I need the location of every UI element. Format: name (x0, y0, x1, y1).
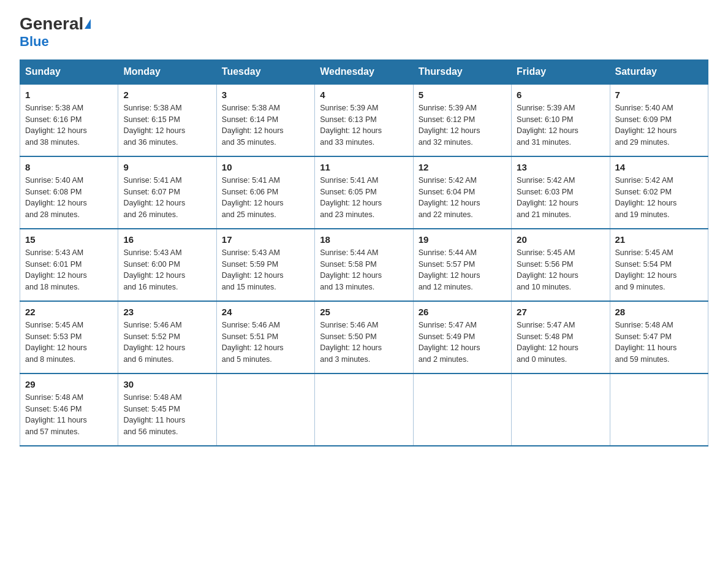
weekday-header-monday: Monday (118, 59, 216, 84)
day-number: 7 (615, 90, 703, 100)
calendar-week-row: 8 Sunrise: 5:40 AMSunset: 6:08 PMDayligh… (20, 156, 708, 229)
day-number: 4 (320, 90, 408, 100)
day-info: Sunrise: 5:43 AMSunset: 6:00 PMDaylight:… (123, 247, 211, 293)
day-number: 20 (517, 234, 604, 245)
logo-blue-text: Blue (20, 34, 49, 49)
day-info: Sunrise: 5:48 AMSunset: 5:47 PMDaylight:… (615, 320, 703, 366)
calendar-week-row: 1 Sunrise: 5:38 AMSunset: 6:16 PMDayligh… (20, 84, 708, 156)
day-number: 9 (123, 162, 211, 172)
calendar-cell (315, 373, 413, 446)
logo-general-text: General (20, 15, 83, 34)
day-number: 25 (320, 307, 408, 317)
day-number: 6 (517, 90, 604, 100)
calendar-cell: 13 Sunrise: 5:42 AMSunset: 6:03 PMDaylig… (512, 156, 610, 229)
day-info: Sunrise: 5:45 AMSunset: 5:54 PMDaylight:… (615, 247, 703, 293)
calendar-cell: 20 Sunrise: 5:45 AMSunset: 5:56 PMDaylig… (512, 229, 610, 301)
day-info: Sunrise: 5:40 AMSunset: 6:09 PMDaylight:… (615, 102, 703, 148)
calendar-cell (512, 373, 610, 446)
weekday-header-friday: Friday (512, 59, 610, 84)
calendar-cell: 21 Sunrise: 5:45 AMSunset: 5:54 PMDaylig… (610, 229, 708, 301)
day-number: 21 (615, 234, 703, 245)
calendar-cell: 5 Sunrise: 5:39 AMSunset: 6:12 PMDayligh… (413, 84, 511, 156)
day-number: 24 (222, 307, 309, 317)
calendar-cell: 24 Sunrise: 5:46 AMSunset: 5:51 PMDaylig… (216, 301, 314, 373)
day-number: 3 (222, 90, 309, 100)
weekday-header-tuesday: Tuesday (216, 59, 314, 84)
day-info: Sunrise: 5:44 AMSunset: 5:57 PMDaylight:… (419, 247, 506, 293)
calendar-cell (610, 373, 708, 446)
day-info: Sunrise: 5:46 AMSunset: 5:51 PMDaylight:… (222, 320, 309, 366)
calendar-cell: 4 Sunrise: 5:39 AMSunset: 6:13 PMDayligh… (315, 84, 413, 156)
weekday-header-sunday: Sunday (20, 59, 118, 84)
day-number: 14 (615, 162, 703, 172)
calendar-cell: 23 Sunrise: 5:46 AMSunset: 5:52 PMDaylig… (118, 301, 216, 373)
calendar-cell: 27 Sunrise: 5:47 AMSunset: 5:48 PMDaylig… (512, 301, 610, 373)
day-number: 8 (25, 162, 113, 172)
day-number: 17 (222, 234, 309, 245)
day-number: 29 (25, 379, 113, 389)
day-number: 26 (419, 307, 506, 317)
day-info: Sunrise: 5:39 AMSunset: 6:13 PMDaylight:… (320, 102, 408, 148)
calendar-cell: 2 Sunrise: 5:38 AMSunset: 6:15 PMDayligh… (118, 84, 216, 156)
day-number: 16 (123, 234, 211, 245)
day-info: Sunrise: 5:42 AMSunset: 6:03 PMDaylight:… (517, 175, 604, 221)
day-info: Sunrise: 5:48 AMSunset: 5:46 PMDaylight:… (25, 392, 113, 438)
day-info: Sunrise: 5:39 AMSunset: 6:10 PMDaylight:… (517, 102, 604, 148)
weekday-header-thursday: Thursday (413, 59, 511, 84)
calendar-cell: 19 Sunrise: 5:44 AMSunset: 5:57 PMDaylig… (413, 229, 511, 301)
calendar-cell: 17 Sunrise: 5:43 AMSunset: 5:59 PMDaylig… (216, 229, 314, 301)
day-info: Sunrise: 5:38 AMSunset: 6:16 PMDaylight:… (25, 102, 113, 148)
calendar-week-row: 15 Sunrise: 5:43 AMSunset: 6:01 PMDaylig… (20, 229, 708, 301)
day-info: Sunrise: 5:38 AMSunset: 6:15 PMDaylight:… (123, 102, 211, 148)
day-number: 22 (25, 307, 113, 317)
day-info: Sunrise: 5:46 AMSunset: 5:50 PMDaylight:… (320, 320, 408, 366)
day-info: Sunrise: 5:43 AMSunset: 6:01 PMDaylight:… (25, 247, 113, 293)
day-number: 30 (123, 379, 211, 389)
calendar-cell: 28 Sunrise: 5:48 AMSunset: 5:47 PMDaylig… (610, 301, 708, 373)
day-info: Sunrise: 5:45 AMSunset: 5:53 PMDaylight:… (25, 320, 113, 366)
weekday-header-row: SundayMondayTuesdayWednesdayThursdayFrid… (20, 59, 708, 84)
calendar-cell: 29 Sunrise: 5:48 AMSunset: 5:46 PMDaylig… (20, 373, 118, 446)
calendar-cell: 22 Sunrise: 5:45 AMSunset: 5:53 PMDaylig… (20, 301, 118, 373)
day-info: Sunrise: 5:42 AMSunset: 6:02 PMDaylight:… (615, 175, 703, 221)
day-number: 15 (25, 234, 113, 245)
day-info: Sunrise: 5:47 AMSunset: 5:49 PMDaylight:… (419, 320, 506, 366)
calendar-cell: 25 Sunrise: 5:46 AMSunset: 5:50 PMDaylig… (315, 301, 413, 373)
calendar-cell (413, 373, 511, 446)
day-number: 1 (25, 90, 113, 100)
day-number: 13 (517, 162, 604, 172)
calendar-cell: 9 Sunrise: 5:41 AMSunset: 6:07 PMDayligh… (118, 156, 216, 229)
day-info: Sunrise: 5:41 AMSunset: 6:06 PMDaylight:… (222, 175, 309, 221)
day-info: Sunrise: 5:46 AMSunset: 5:52 PMDaylight:… (123, 320, 211, 366)
day-info: Sunrise: 5:39 AMSunset: 6:12 PMDaylight:… (419, 102, 506, 148)
calendar-cell: 15 Sunrise: 5:43 AMSunset: 6:01 PMDaylig… (20, 229, 118, 301)
calendar-cell: 26 Sunrise: 5:47 AMSunset: 5:49 PMDaylig… (413, 301, 511, 373)
day-info: Sunrise: 5:41 AMSunset: 6:05 PMDaylight:… (320, 175, 408, 221)
calendar-table: SundayMondayTuesdayWednesdayThursdayFrid… (20, 59, 708, 446)
day-info: Sunrise: 5:45 AMSunset: 5:56 PMDaylight:… (517, 247, 604, 293)
day-number: 19 (419, 234, 506, 245)
day-info: Sunrise: 5:42 AMSunset: 6:04 PMDaylight:… (419, 175, 506, 221)
day-number: 12 (419, 162, 506, 172)
calendar-cell: 7 Sunrise: 5:40 AMSunset: 6:09 PMDayligh… (610, 84, 708, 156)
day-number: 27 (517, 307, 604, 317)
calendar-cell: 6 Sunrise: 5:39 AMSunset: 6:10 PMDayligh… (512, 84, 610, 156)
calendar-cell: 12 Sunrise: 5:42 AMSunset: 6:04 PMDaylig… (413, 156, 511, 229)
calendar-cell: 30 Sunrise: 5:48 AMSunset: 5:45 PMDaylig… (118, 373, 216, 446)
day-info: Sunrise: 5:41 AMSunset: 6:07 PMDaylight:… (123, 175, 211, 221)
day-number: 10 (222, 162, 309, 172)
calendar-cell: 10 Sunrise: 5:41 AMSunset: 6:06 PMDaylig… (216, 156, 314, 229)
calendar-cell: 8 Sunrise: 5:40 AMSunset: 6:08 PMDayligh… (20, 156, 118, 229)
calendar-cell: 11 Sunrise: 5:41 AMSunset: 6:05 PMDaylig… (315, 156, 413, 229)
day-info: Sunrise: 5:44 AMSunset: 5:58 PMDaylight:… (320, 247, 408, 293)
calendar-cell: 1 Sunrise: 5:38 AMSunset: 6:16 PMDayligh… (20, 84, 118, 156)
day-number: 11 (320, 162, 408, 172)
day-number: 28 (615, 307, 703, 317)
day-info: Sunrise: 5:40 AMSunset: 6:08 PMDaylight:… (25, 175, 113, 221)
day-info: Sunrise: 5:48 AMSunset: 5:45 PMDaylight:… (123, 392, 211, 438)
calendar-cell (216, 373, 314, 446)
weekday-header-wednesday: Wednesday (315, 59, 413, 84)
logo-triangle-icon (85, 19, 91, 29)
logo: General Blue (20, 15, 91, 50)
calendar-week-row: 22 Sunrise: 5:45 AMSunset: 5:53 PMDaylig… (20, 301, 708, 373)
